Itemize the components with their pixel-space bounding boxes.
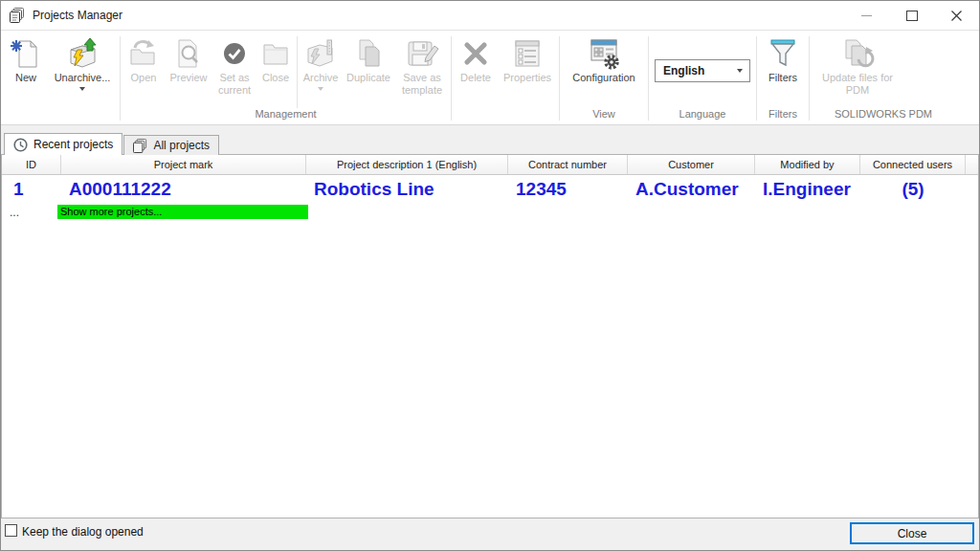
ribbon-separator [559,36,560,121]
ribbon-group-language: English Language [651,31,754,124]
maximize-button[interactable] [889,1,934,30]
save-as-template-icon [405,35,439,72]
column-header-connected-users[interactable]: Connected users [860,155,966,174]
archive-button[interactable]: Archive [300,31,342,108]
save-as-template-button[interactable]: Save as template [395,31,449,108]
delete-icon [461,35,490,72]
delete-button[interactable]: Delete [454,31,498,108]
language-group-label: Language [651,108,754,124]
ribbon-group-edit: Delete [454,31,557,124]
update-files-button[interactable]: Update files for PDM [812,31,903,108]
projects-manager-window: Projects Manager [0,0,980,551]
filters-button-label: Filters [768,72,797,84]
ribbon-group-filters: Filters Filters [759,31,807,124]
table-row[interactable]: 1 A000111222 Robotics Line 12345 A.Custo… [2,175,978,204]
preview-button-label: Preview [169,72,207,84]
window-controls [844,1,979,30]
column-header-contract-number[interactable]: Contract number [508,155,628,174]
show-more-ellipsis: ... [2,206,61,219]
ribbon-separator [809,36,810,121]
keep-open-checkbox[interactable] [5,524,17,537]
update-files-icon [840,35,875,72]
grid-header-row: ID Project mark Project description 1 (E… [2,155,978,175]
unarchive-icon [65,35,100,72]
open-button-label: Open [131,72,157,84]
minimize-button[interactable] [844,1,889,30]
all-projects-icon [133,139,147,153]
preview-icon [172,35,205,72]
tab-recent-label: Recent projects [33,138,113,151]
properties-button[interactable]: Properties [498,31,557,108]
ribbon-separator [120,36,121,121]
column-header-customer[interactable]: Customer [628,155,755,174]
view-group-label: View [562,108,646,124]
management-group-label: Management [122,108,449,124]
footer-bar: Keep the dialog opened Close [1,518,979,550]
set-as-current-button[interactable]: Set as current [212,31,256,108]
filters-group-label: Filters [759,108,807,124]
ribbon-separator [756,36,757,121]
close-window-button[interactable] [934,1,979,30]
column-header-modified-by[interactable]: Modified by [755,155,860,174]
close-dialog-button[interactable]: Close [850,522,974,544]
duplicate-icon [352,35,385,72]
filters-icon [767,35,799,72]
configuration-button[interactable]: Configuration [562,31,646,108]
tab-all-label: All projects [153,139,210,152]
configuration-button-label: Configuration [572,72,635,84]
cell-id[interactable]: 1 [2,179,61,200]
cell-contract-number[interactable]: 12345 [508,179,628,200]
duplicate-button[interactable]: Duplicate [342,31,395,108]
ribbon-group-management: Open Preview [122,31,449,124]
ribbon-separator [451,36,452,121]
duplicate-button-label: Duplicate [346,72,390,84]
preview-button[interactable]: Preview [165,31,212,108]
title-bar: Projects Manager [1,1,979,31]
chevron-down-icon [318,87,323,91]
delete-button-label: Delete [460,72,491,84]
cell-description[interactable]: Robotics Line [306,179,508,200]
unarchive-button[interactable]: Unarchive... [47,31,118,108]
unarchive-button-label: Unarchive... [55,72,111,84]
keep-open-label: Keep the dialog opened [22,525,144,539]
recent-projects-icon [13,138,28,152]
filters-button[interactable]: Filters [759,31,807,108]
ribbon-separator [297,36,298,108]
ribbon-separator [648,36,649,121]
column-header-project-mark[interactable]: Project mark [61,155,306,174]
cell-connected-users[interactable]: (5) [860,179,966,200]
tab-strip: Recent projects All projects [4,133,219,155]
pdm-group-label: SOLIDWORKS PDM [812,108,955,124]
ribbon-group-view: Configuration View [562,31,646,124]
column-header-description[interactable]: Project description 1 (English) [306,155,508,174]
save-as-template-label: Save as template [395,72,449,96]
ribbon-group-label [5,108,118,124]
show-more-row[interactable]: ... Show more projects... [2,204,978,220]
archive-icon [304,35,337,72]
column-header-id[interactable]: ID [2,155,61,174]
new-button[interactable]: New [5,31,47,108]
close-project-button[interactable]: Close [256,31,295,108]
open-icon [127,35,160,72]
update-files-label: Update files for PDM [812,72,903,96]
language-select[interactable]: English [655,59,750,82]
chevron-down-icon [737,69,743,73]
new-button-label: New [15,72,36,84]
configuration-icon [587,35,621,72]
cell-customer[interactable]: A.Customer [628,179,755,200]
close-project-label: Close [262,72,289,84]
open-button[interactable]: Open [122,31,165,108]
show-more-projects-link[interactable]: Show more projects... [57,205,308,219]
cell-project-mark[interactable]: A000111222 [61,179,306,200]
new-document-icon [10,35,42,72]
app-icon [10,8,25,23]
cell-modified-by[interactable]: I.Engineer [755,179,860,200]
projects-grid: ID Project mark Project description 1 (E… [1,154,979,518]
column-header-filler [966,155,978,174]
maximize-icon [906,11,918,21]
close-folder-icon [259,35,292,72]
properties-icon [512,35,543,72]
close-icon [950,10,963,22]
tab-all-projects[interactable]: All projects [123,135,219,155]
tab-recent-projects[interactable]: Recent projects [4,133,122,155]
